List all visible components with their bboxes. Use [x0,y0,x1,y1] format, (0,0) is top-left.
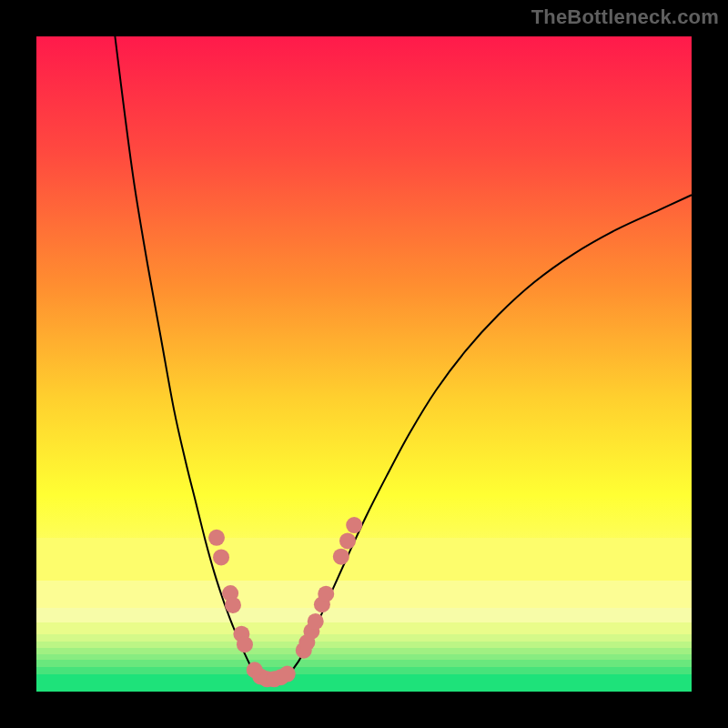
curve-marker [213,549,229,565]
curve-marker [208,530,225,546]
bottleneck-curve [36,36,692,692]
chart-frame: TheBottleneck.com [0,0,728,728]
curve-marker [308,613,324,630]
curve-marker [333,549,349,565]
curve-marker [318,586,334,602]
curve-marker [346,517,362,533]
curve-path [115,36,692,680]
curve-marker [237,636,253,652]
curve-marker [339,532,356,549]
curve-marker [279,666,296,682]
watermark-text: TheBottleneck.com [531,5,719,29]
curve-marker [225,597,241,613]
